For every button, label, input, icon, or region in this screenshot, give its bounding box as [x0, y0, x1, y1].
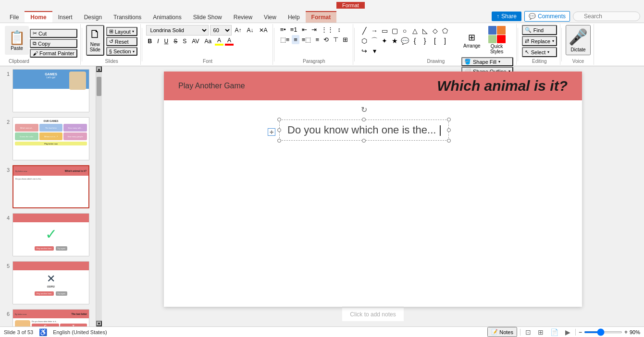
tab-home[interactable]: Home: [25, 11, 52, 23]
shape-more[interactable]: ▾: [370, 46, 379, 54]
shape-bracket-left[interactable]: [: [430, 36, 440, 46]
strikethrough-button[interactable]: S: [172, 37, 179, 46]
tab-animations[interactable]: Animations: [147, 12, 187, 23]
slide-thumbnail-5[interactable]: 5 ✕ OOPS! Play another here Try again: [2, 260, 94, 305]
underline-button[interactable]: U: [162, 37, 171, 46]
section-button[interactable]: § Section ▾: [106, 47, 137, 56]
shape-star4[interactable]: ✦: [380, 36, 389, 46]
font-color-button[interactable]: A: [225, 37, 234, 46]
handle-bot-left[interactable]: [277, 139, 281, 143]
highlight-color-button[interactable]: A: [215, 37, 223, 46]
columns-button[interactable]: ⋮⋮: [319, 25, 335, 34]
shape-rect[interactable]: ▭: [380, 26, 389, 36]
panel-scrollbar[interactable]: ▲ ▼: [96, 66, 102, 326]
zoom-in-button[interactable]: +: [624, 329, 628, 336]
view-slide-sorter-button[interactable]: ⊞: [536, 327, 545, 337]
slide-thumbnail-1[interactable]: 1 GAMES Let's go!: [2, 68, 94, 113]
align-left-button[interactable]: ⬚≡: [278, 35, 292, 44]
tab-insert[interactable]: Insert: [52, 12, 78, 23]
format-context-tab[interactable]: Format: [336, 2, 365, 9]
accessibility-icon[interactable]: ♿: [39, 328, 47, 336]
tab-slideshow[interactable]: Slide Show: [187, 12, 228, 23]
tab-view[interactable]: View: [258, 12, 282, 23]
notes-input-area[interactable]: Click to add notes: [342, 307, 403, 321]
handle-top-left[interactable]: [277, 118, 281, 121]
handle-mid-left[interactable]: [277, 128, 281, 132]
copy-button[interactable]: ⧉ Copy: [30, 39, 77, 48]
align-right-button[interactable]: ≡⬚: [300, 35, 313, 44]
justify-button[interactable]: ≡: [313, 35, 321, 44]
tab-format[interactable]: Format: [306, 11, 337, 23]
slide-thumbnail-6[interactable]: 6 By better now The last letter Do you k…: [2, 308, 94, 326]
handle-bot-right[interactable]: [447, 139, 451, 143]
font-size-select[interactable]: 60: [210, 25, 232, 36]
shape-brace-right[interactable]: }: [420, 36, 430, 46]
italic-button[interactable]: I: [155, 37, 161, 46]
shape-line[interactable]: ╱: [359, 26, 369, 36]
shape-callout[interactable]: 💬: [400, 36, 409, 46]
anchor-icon[interactable]: ✛: [268, 128, 275, 136]
format-painter-button[interactable]: 🖌 Format Painter: [30, 49, 77, 58]
align-text-button[interactable]: ⊤: [331, 35, 340, 44]
handle-mid-right[interactable]: [447, 128, 451, 132]
slide-text-box[interactable]: Do you know which one is the...: [279, 120, 449, 141]
tab-review[interactable]: Review: [228, 12, 258, 23]
shape-triangle[interactable]: △: [410, 26, 420, 36]
tab-design[interactable]: Design: [78, 12, 108, 23]
new-slide-button[interactable]: 🗋 NewSlide: [86, 25, 104, 56]
find-button[interactable]: 🔍 Find: [522, 25, 557, 35]
numbering-button[interactable]: ≡1: [288, 25, 299, 34]
bullets-button[interactable]: ≡•: [278, 25, 288, 34]
shape-arrow[interactable]: →: [370, 26, 379, 36]
tab-file[interactable]: File: [4, 12, 25, 23]
tab-transitions[interactable]: Transitions: [108, 12, 147, 23]
slide-thumbnail-4[interactable]: 4 ✓ Play another here Try again: [2, 212, 94, 257]
smartart-button[interactable]: ⊞: [341, 35, 350, 44]
arrange-button[interactable]: ⊞ Arrange: [461, 31, 483, 49]
font-family-select[interactable]: Londrina Solid: [146, 25, 209, 36]
increase-indent-button[interactable]: ⇥: [310, 25, 319, 34]
change-case-button[interactable]: Aa: [202, 37, 213, 46]
handle-top-mid[interactable]: [362, 118, 366, 121]
text-shadow-button[interactable]: S: [181, 37, 188, 46]
view-reading-button[interactable]: 📄: [548, 327, 560, 337]
shape-curve[interactable]: ⌒: [370, 36, 379, 46]
shape-hexagon[interactable]: ⬡: [359, 36, 369, 46]
shape-curved-arrow[interactable]: ↪: [359, 46, 369, 54]
shape-bracket-right[interactable]: ]: [440, 36, 450, 46]
scroll-down-button[interactable]: ▼: [96, 321, 102, 326]
line-spacing-button[interactable]: ↕: [336, 25, 343, 34]
replace-button[interactable]: ⇄ Replace ▾: [522, 36, 557, 46]
bold-button[interactable]: B: [146, 37, 154, 46]
scroll-thumb[interactable]: [97, 77, 101, 96]
text-box-container[interactable]: ↻ ✛ Do you know which one is the...: [279, 120, 449, 141]
rotate-icon[interactable]: ↻: [361, 106, 367, 114]
shape-rtriangle[interactable]: ◺: [420, 26, 430, 36]
char-spacing-button[interactable]: AV: [190, 37, 201, 46]
view-normal-button[interactable]: ⊡: [523, 327, 533, 337]
comments-button[interactable]: 💬 Comments: [524, 11, 570, 22]
shape-fill-button[interactable]: 🪣 Shape Fill ▾: [461, 57, 513, 66]
search-input[interactable]: [573, 12, 640, 21]
select-button[interactable]: ↖ Select ▾: [522, 47, 557, 57]
rotate-handle[interactable]: ↻: [361, 105, 367, 114]
quick-styles-button[interactable]: QuickStyles: [486, 25, 508, 55]
clear-format-button[interactable]: ✕A: [257, 26, 270, 35]
share-button[interactable]: ↑ Share: [492, 12, 521, 21]
layout-button[interactable]: ⊞ Layout ▾: [106, 27, 137, 36]
scroll-up-button[interactable]: ▲: [96, 66, 102, 72]
decrease-font-button[interactable]: A↓: [245, 26, 256, 35]
handle-top-right[interactable]: [447, 118, 451, 121]
view-slideshow-button[interactable]: ▶: [563, 327, 572, 337]
dictate-button[interactable]: 🎤 Dictate: [566, 25, 591, 55]
shape-star5[interactable]: ★: [390, 36, 399, 46]
shape-rounded-rect[interactable]: ▢: [390, 26, 399, 36]
notes-button[interactable]: 📝 Notes: [487, 327, 517, 337]
zoom-slider[interactable]: [584, 331, 622, 333]
increase-font-button[interactable]: A↑: [233, 26, 244, 35]
handle-bot-mid[interactable]: [362, 139, 366, 143]
shape-diamond[interactable]: ◇: [430, 26, 440, 36]
tab-help[interactable]: Help: [282, 12, 306, 23]
zoom-out-button[interactable]: −: [579, 329, 582, 336]
cut-button[interactable]: ✂ Cut: [30, 29, 77, 38]
